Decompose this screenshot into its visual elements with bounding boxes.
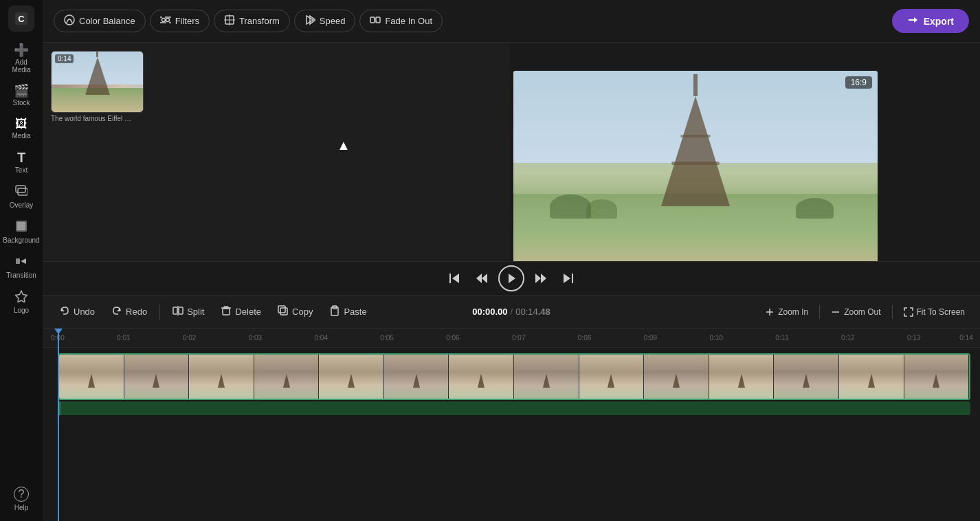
redo-icon: [111, 305, 122, 318]
top-toolbar: Color Balance Filters Transform Speed Fa…: [43, 0, 980, 43]
color-balance-button[interactable]: Color Balance: [54, 10, 146, 32]
fit-to-screen-button[interactable]: Fit To Screen: [898, 304, 970, 320]
svg-marker-7: [16, 291, 27, 302]
app-logo[interactable]: C: [8, 5, 34, 32]
redo-button[interactable]: Redo: [104, 302, 154, 322]
play-button[interactable]: [498, 265, 524, 291]
media-icon: 🖼: [15, 118, 27, 130]
ruler-marks: 0:000:010:020:030:040:050:060:070:080:09…: [58, 329, 980, 347]
zoom-divider: [819, 305, 820, 319]
export-button[interactable]: Export: [892, 9, 969, 33]
playhead-triangle: [54, 329, 63, 334]
ruler-mark: 0:05: [380, 334, 393, 342]
timeline: 0:000:010:020:030:040:050:060:070:080:09…: [43, 329, 980, 521]
filters-button[interactable]: Filters: [150, 10, 210, 32]
paste-button[interactable]: Paste: [322, 302, 373, 322]
current-time: 00:00.00: [472, 307, 507, 317]
logo-icon: [15, 290, 27, 304]
svg-marker-30: [541, 274, 546, 283]
zoom-controls: Zoom In Zoom Out Fit To Screen: [759, 304, 970, 320]
export-icon: [907, 14, 918, 27]
delete-button[interactable]: Delete: [214, 302, 268, 322]
fade-in-out-button[interactable]: Fade In Out: [359, 10, 443, 32]
timeline-playhead[interactable]: [58, 329, 59, 521]
zoom-in-button[interactable]: Zoom In: [759, 304, 814, 320]
svg-rect-41: [280, 308, 287, 315]
transform-icon: [224, 14, 235, 27]
frame-thumb: [189, 355, 254, 399]
svg-marker-23: [914, 17, 917, 23]
audio-track: [58, 401, 970, 415]
color-balance-icon: [64, 14, 75, 27]
sidebar-item-overlay[interactable]: Overlay: [3, 181, 40, 213]
ruler-mark: 0:03: [249, 334, 262, 342]
video-track[interactable]: [58, 353, 970, 400]
sidebar-item-text[interactable]: T Text: [3, 146, 40, 178]
split-icon: [172, 305, 183, 318]
overlay-icon: [15, 185, 27, 199]
ruler-mark: 0:14: [959, 334, 972, 342]
sidebar-item-background[interactable]: Background: [3, 216, 40, 248]
ruler-mark: 0:10: [709, 334, 722, 342]
ruler-mark: 0:06: [446, 334, 459, 342]
aspect-ratio-badge: 16:9: [845, 76, 872, 89]
playback-controls: [43, 261, 980, 296]
total-time: 00:14.48: [515, 307, 550, 317]
rewind-button[interactable]: [471, 267, 493, 289]
svg-text:C: C: [18, 14, 24, 24]
undo-icon: [59, 305, 70, 318]
svg-marker-32: [564, 274, 570, 283]
copy-button[interactable]: Copy: [271, 302, 320, 322]
svg-rect-21: [376, 17, 380, 23]
transform-button[interactable]: Transform: [214, 10, 290, 32]
svg-rect-2: [16, 186, 25, 192]
timeline-ruler: 0:000:010:020:030:040:050:060:070:080:09…: [43, 329, 980, 348]
preview-canvas: 16:9: [513, 71, 878, 276]
frame-thumb: [254, 355, 320, 399]
undo-button[interactable]: Undo: [52, 302, 102, 322]
svg-marker-34: [117, 308, 120, 311]
text-icon: T: [17, 151, 25, 164]
toolbar-divider-1: [159, 304, 160, 320]
video-track-frames: [59, 355, 969, 399]
svg-rect-20: [370, 17, 375, 23]
frame-thumb: [644, 355, 709, 399]
fast-forward-button[interactable]: [530, 267, 552, 289]
fade-icon: [370, 14, 381, 27]
frame-thumb: [319, 355, 384, 399]
background-icon: [15, 220, 27, 234]
svg-marker-28: [509, 274, 515, 283]
ruler-mark: 0:12: [841, 334, 854, 342]
sidebar-item-add-media[interactable]: ➕ Add Media: [3, 40, 40, 78]
media-thumbnail[interactable]: 0:14: [51, 51, 144, 113]
frame-thumb: [709, 355, 775, 399]
sidebar-item-transition[interactable]: Transition: [3, 251, 40, 283]
frame-thumb: [839, 355, 904, 399]
ruler-mark: 0:13: [907, 334, 920, 342]
svg-marker-33: [61, 308, 65, 311]
skip-to-end-button[interactable]: [557, 267, 579, 289]
frame-thumb: [514, 355, 579, 399]
ruler-mark: 0:04: [315, 334, 328, 342]
skip-to-start-button[interactable]: [443, 267, 465, 289]
copy-icon: [278, 305, 289, 318]
sidebar-item-stock[interactable]: 🎬 Stock: [3, 80, 40, 111]
stock-icon: 🎬: [14, 85, 29, 97]
split-button[interactable]: Split: [166, 302, 211, 322]
sidebar-item-help[interactable]: ? Help: [3, 483, 40, 516]
svg-rect-38: [223, 309, 230, 315]
paste-icon: [329, 305, 340, 318]
speed-button[interactable]: Speed: [294, 10, 356, 32]
transition-icon: [15, 255, 27, 269]
svg-marker-29: [535, 274, 541, 283]
sidebar-item-logo[interactable]: Logo: [3, 286, 40, 318]
frame-thumb: [904, 355, 970, 399]
media-panel: 0:14 The world famous Eiffel …: [43, 43, 510, 297]
zoom-out-button[interactable]: Zoom Out: [825, 304, 886, 320]
time-display: 00:00.00 / 00:14.48: [472, 307, 550, 317]
frame-thumb: [384, 355, 449, 399]
sidebar-item-media[interactable]: 🖼 Media: [3, 113, 40, 144]
svg-marker-26: [476, 274, 482, 283]
ruler-mark: 0:02: [183, 334, 196, 342]
svg-point-9: [162, 19, 165, 22]
